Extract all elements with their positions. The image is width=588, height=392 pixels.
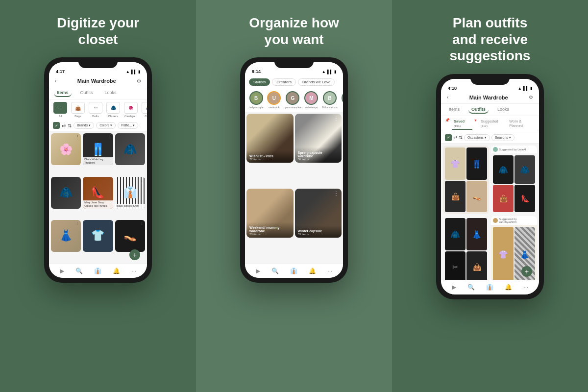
fab-add-3[interactable]: +: [521, 266, 532, 277]
winter-count: 53 items: [298, 233, 339, 236]
item-dots-3[interactable]: ⋮: [140, 134, 144, 139]
nav3-hanger[interactable]: 👔: [486, 284, 493, 291]
item-shirt[interactable]: 👔 Black Striped Shirt ⋮: [115, 177, 145, 209]
item-dots-6[interactable]: ⋮: [140, 178, 144, 182]
settings-icon[interactable]: ⚙: [137, 78, 141, 84]
nav-bell[interactable]: 🔔: [113, 268, 120, 274]
nav2-search[interactable]: 🔍: [271, 268, 279, 274]
stylist-5-avatar: B: [323, 91, 337, 105]
tab-outfits[interactable]: Outfits: [77, 89, 96, 97]
item-floral[interactable]: 🌸 ⋮: [51, 133, 81, 165]
tab-looks[interactable]: Looks: [102, 89, 120, 97]
item-dots-1[interactable]: ⋮: [75, 134, 79, 139]
spring-count: 50 items: [298, 158, 339, 161]
outfit-piece-3c: ✂: [445, 251, 466, 280]
wishlist-title: Wishlist - 2023: [249, 154, 291, 158]
item-navy[interactable]: 👕 ⋮: [83, 220, 113, 252]
outfit-tab-saved[interactable]: Saved (191): [452, 118, 472, 130]
brands-filter[interactable]: Brands ▾: [74, 122, 94, 129]
seasons-filter[interactable]: Seasons ▾: [491, 134, 514, 141]
nav-play[interactable]: ▶: [60, 268, 64, 274]
tab3-items[interactable]: Items: [446, 106, 463, 114]
cat-cardigan[interactable]: 🧶 Cardiga...: [123, 102, 138, 118]
item-dots-7[interactable]: ⋮: [75, 221, 79, 225]
outfit-tab-suggested[interactable]: Suggested (112): [479, 118, 505, 130]
nav2-bell[interactable]: 🔔: [309, 268, 316, 274]
suggested-by-2: Suggested by sandhya2304: [491, 216, 537, 225]
occasions-filter[interactable]: Occasions ▾: [464, 134, 490, 141]
stylist-5[interactable]: B BriLamberson: [322, 91, 337, 109]
nav3-more[interactable]: ···: [523, 284, 528, 291]
shuffle-icon[interactable]: ⇄: [62, 123, 66, 128]
stylists-filter: Stylists Creators Brands we Love: [245, 76, 343, 88]
stylists-row: B bodyandstyle U uselessdk G gemmaamclea…: [245, 88, 343, 112]
stylist-3[interactable]: G gemmaamclean: [285, 91, 300, 109]
back-icon-3[interactable]: ‹: [447, 95, 448, 100]
tab-items[interactable]: Items: [54, 89, 72, 97]
item-pumps[interactable]: 👠 Mary Jane Strap Closed Toe Pumps ⋮: [83, 177, 113, 209]
shuffle-outfits[interactable]: ⇄: [453, 135, 457, 140]
colors-filter[interactable]: Colors ▾: [96, 122, 116, 129]
stylist-1[interactable]: B bodyandstyle: [249, 91, 263, 109]
tab3-outfits[interactable]: Outfits: [468, 106, 489, 114]
check-outfits[interactable]: ✓: [445, 134, 452, 141]
stylist-4[interactable]: M msbeltempo: [304, 91, 318, 109]
settings-icon-3[interactable]: ⚙: [529, 95, 533, 100]
cat-bags[interactable]: 👜 Bags: [71, 102, 85, 118]
item-dots-8[interactable]: ⋮: [108, 221, 112, 225]
wardrobe-title-3: Main Wardrobe: [469, 95, 508, 100]
cat-coats-icon: 🧥: [142, 102, 147, 114]
pill-creators[interactable]: Creators: [272, 78, 296, 86]
wardrobe-card-spring[interactable]: Spring capsule wardrobe 50 items ⋮: [295, 114, 342, 163]
back-icon[interactable]: ‹: [55, 78, 56, 84]
sort-icon[interactable]: ⇅: [68, 123, 72, 128]
cat-blazers-label: Blazers: [108, 115, 118, 118]
cat-cardigan-icon: 🧶: [124, 102, 138, 114]
nav3-play[interactable]: ▶: [452, 284, 456, 291]
wardrobe-grid: Wishlist - 2023 77 items Spring capsule …: [245, 112, 343, 263]
winter-dots[interactable]: ⋮: [334, 191, 339, 196]
outfit-tab-worn[interactable]: Worn & Planned: [507, 118, 535, 130]
nav3-search[interactable]: 🔍: [467, 284, 475, 291]
item-blazer[interactable]: 🧥 ⋮: [115, 133, 145, 165]
wardrobe-card-winter[interactable]: Winter capsule 53 items ⋮: [295, 189, 342, 238]
outfit-piece-2a: 🧥: [493, 155, 514, 184]
nav-more[interactable]: ···: [131, 268, 136, 274]
cat-all[interactable]: ⋯ All: [53, 102, 68, 118]
pill-brands[interactable]: Brands we Love: [298, 78, 335, 86]
item-jacket[interactable]: 🧥 ⋮: [51, 177, 81, 209]
patterns-filter[interactable]: Patte... ▾: [118, 122, 138, 129]
nav2-hanger[interactable]: 👔: [290, 268, 297, 274]
nav2-more[interactable]: ···: [327, 268, 332, 274]
outfit-card-2[interactable]: Suggested by LolaAI 🧥 🧥 👜 👠: [491, 146, 537, 214]
item-dots-2[interactable]: ⋮: [108, 134, 112, 139]
item-pumps-label: Mary Jane Strap Closed Toe Pumps: [83, 200, 113, 208]
wardrobe-card-wishlist[interactable]: Wishlist - 2023 77 items: [246, 114, 294, 163]
item-dots-5[interactable]: ⋮: [108, 178, 112, 182]
nav3-bell[interactable]: 🔔: [505, 284, 512, 291]
saved-count: (191): [454, 124, 461, 127]
cat-belts[interactable]: 〰 Belts: [88, 102, 103, 118]
nav2-play[interactable]: ▶: [256, 268, 260, 274]
cat-coats[interactable]: 🧥 Coats: [141, 102, 147, 118]
nav-search[interactable]: 🔍: [75, 268, 83, 274]
pill-stylists[interactable]: Stylists: [249, 78, 270, 86]
wardrobe-card-weekend[interactable]: Weekend/ mummy wardrobe 20 items: [246, 189, 294, 238]
spring-dots[interactable]: ⋮: [334, 116, 339, 121]
status-icons-2: ▲ ▌▌ ▮: [322, 70, 336, 74]
tab3-looks[interactable]: Looks: [494, 106, 512, 114]
nav-hanger[interactable]: 👔: [94, 268, 101, 274]
outfit-card-1[interactable]: 👚 👖 👜 👡: [443, 146, 489, 214]
sort-outfits[interactable]: ⇅: [459, 135, 463, 140]
stylist-2[interactable]: U uselessdk: [267, 91, 281, 109]
item-heels[interactable]: 👡 ⋮: [115, 220, 145, 252]
item-dots-4[interactable]: ⋮: [75, 178, 79, 182]
stylist-6[interactable]: F franic...: [342, 91, 343, 109]
check-all[interactable]: ✓: [53, 122, 60, 129]
outfit-card-3[interactable]: 🧥 👗 ✂ 👜: [443, 216, 489, 280]
item-trousers[interactable]: 👖 Black Wide Leg Trousers ⋮: [83, 133, 113, 165]
item-skirt[interactable]: 👗 ⋮: [51, 220, 81, 252]
cat-blazers[interactable]: 🧥 Blazers: [106, 102, 121, 118]
item-dots-9[interactable]: ⋮: [140, 221, 144, 225]
wifi-icon-3: ▲: [518, 86, 522, 91]
